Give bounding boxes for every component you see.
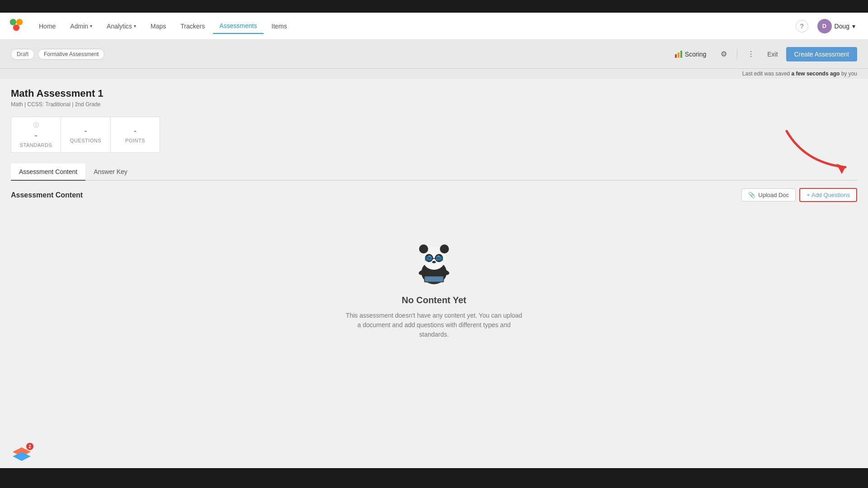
svg-rect-16	[425, 256, 432, 261]
panda-mascot	[411, 236, 457, 286]
save-status: Last edit was saved a few seconds ago by…	[0, 69, 868, 79]
user-menu-button[interactable]: D Doug ▾	[814, 17, 859, 35]
info-icon[interactable]: ⓘ	[33, 122, 39, 129]
more-options-button[interactable]: ⋮	[743, 47, 759, 61]
avatar: D	[817, 19, 832, 33]
points-value: -	[134, 127, 137, 136]
assessment-title: Math Assessment 1	[11, 88, 857, 99]
svg-point-5	[419, 244, 428, 253]
create-assessment-button[interactable]: Create Assessment	[786, 47, 857, 61]
user-name: Doug	[835, 23, 849, 30]
nav-items[interactable]: Items	[265, 19, 293, 33]
exit-button[interactable]: Exit	[763, 48, 782, 61]
stats-row: ⓘ - STANDARDS - QUESTIONS - POINTS	[11, 117, 857, 153]
content-area: Assessment Content 📎 Upload Doc + Add Qu…	[11, 181, 857, 374]
assessment-meta: Math | CCSS: Traditional | 2nd Grade	[11, 101, 857, 108]
divider	[737, 49, 737, 60]
tabs-row: Assessment Content Answer Key	[11, 164, 857, 181]
notification-badge: 2	[26, 443, 33, 450]
chevron-down-icon: ▾	[90, 23, 92, 28]
nav-items: Home Admin ▾ Analytics ▾ Maps Trackers A…	[33, 19, 796, 34]
nav-analytics[interactable]: Analytics ▾	[100, 19, 142, 33]
draft-badge: Draft	[11, 49, 34, 60]
standards-label: STANDARDS	[20, 142, 52, 148]
nav-home[interactable]: Home	[33, 19, 62, 33]
svg-rect-17	[436, 256, 443, 261]
help-button[interactable]: ?	[796, 20, 808, 33]
gear-icon: ⚙	[721, 50, 727, 58]
main-content: Math Assessment 1 Math | CCSS: Tradition…	[0, 79, 868, 467]
chevron-down-icon: ▾	[852, 23, 855, 30]
app-logo	[9, 18, 33, 34]
type-badge: Formative Assessment	[38, 49, 104, 60]
standards-value: -	[35, 131, 38, 141]
add-questions-button[interactable]: + Add Questions	[799, 188, 857, 202]
scoring-button[interactable]: Scoring	[669, 48, 712, 61]
floating-action-button[interactable]: 2	[11, 444, 33, 465]
stat-card-points: - POINTS	[110, 117, 160, 153]
more-icon: ⋮	[747, 50, 755, 58]
nav-assessments[interactable]: Assessments	[213, 19, 263, 34]
svg-point-1	[16, 19, 23, 25]
navbar: Home Admin ▾ Analytics ▾ Maps Trackers A…	[0, 13, 868, 40]
settings-button[interactable]: ⚙	[716, 47, 731, 61]
nav-trackers[interactable]: Trackers	[174, 19, 211, 33]
empty-state: No Content Yet This assessment doesn't h…	[11, 209, 857, 366]
nav-admin[interactable]: Admin ▾	[64, 19, 99, 33]
upload-icon: 📎	[748, 192, 755, 198]
nav-maps[interactable]: Maps	[144, 19, 172, 33]
section-title: Assessment Content	[11, 191, 83, 199]
tab-assessment-content[interactable]: Assessment Content	[11, 164, 85, 181]
tab-answer-key[interactable]: Answer Key	[85, 164, 136, 181]
section-header: Assessment Content 📎 Upload Doc + Add Qu…	[11, 188, 857, 202]
scoring-chart-icon	[675, 51, 682, 58]
stat-card-questions: - QUESTIONS	[61, 117, 110, 153]
questions-value: -	[85, 127, 87, 136]
svg-point-15	[432, 261, 436, 263]
navbar-right: ? D Doug ▾	[796, 17, 859, 35]
empty-state-description: This assessment doesn't have any content…	[344, 311, 524, 339]
svg-point-0	[10, 19, 16, 25]
empty-state-title: No Content Yet	[402, 295, 467, 305]
stat-card-standards: ⓘ - STANDARDS	[11, 117, 61, 153]
sub-header-actions: Scoring ⚙ ⋮ Exit Create Assessment	[669, 47, 857, 61]
svg-point-6	[440, 244, 449, 253]
section-actions: 📎 Upload Doc + Add Questions	[741, 188, 857, 202]
chevron-down-icon: ▾	[134, 23, 136, 28]
breadcrumb-badges: Draft Formative Assessment	[11, 49, 669, 60]
points-label: POINTS	[125, 138, 145, 143]
top-bar	[0, 0, 868, 13]
svg-rect-20	[425, 277, 443, 282]
upload-doc-button[interactable]: 📎 Upload Doc	[741, 188, 796, 202]
svg-point-2	[13, 24, 19, 31]
questions-label: QUESTIONS	[70, 138, 101, 143]
sub-header: Draft Formative Assessment Scoring ⚙ ⋮ E…	[0, 40, 868, 69]
